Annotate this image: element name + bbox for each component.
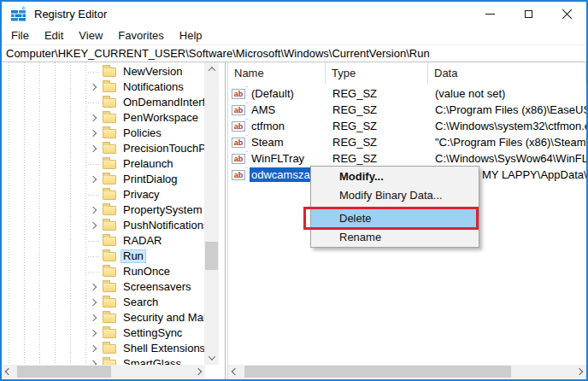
context-menu-separator [313, 207, 477, 208]
expand-chevron-icon[interactable] [90, 114, 97, 121]
value-row-ams[interactable]: abAMS REG_SZ C:\Program Files (x86)\Ease… [228, 102, 586, 118]
tree-item-precisiontouchpad[interactable]: PrecisionTouchPad [2, 141, 204, 156]
folder-icon [103, 98, 116, 108]
folder-icon [103, 283, 116, 292]
column-header-type[interactable]: Type [326, 62, 428, 84]
expand-chevron-icon[interactable] [90, 299, 97, 306]
list-header: Name Type Data [228, 62, 586, 84]
expand-chevron-icon[interactable] [90, 207, 97, 214]
scroll-left-button[interactable] [2, 365, 15, 378]
minimize-icon [485, 14, 495, 15]
tree-rows: NewVersion Notifications OnDemandInterfa… [2, 64, 204, 365]
folder-icon [103, 314, 116, 323]
folder-icon [103, 190, 116, 200]
folder-icon [103, 221, 116, 231]
context-menu-item-rename[interactable]: Rename [311, 228, 479, 247]
chevron-left-icon [232, 368, 238, 375]
tree-item-pushnotifications[interactable]: PushNotifications [2, 218, 204, 233]
registry-tree-pane: NewVersion Notifications OnDemandInterfa… [2, 62, 226, 379]
tree-item-search[interactable]: Search [2, 295, 204, 310]
menu-edit[interactable]: Edit [37, 29, 71, 42]
tree-vertical-scrollbar[interactable] [204, 62, 219, 365]
maximize-button[interactable] [509, 2, 548, 26]
column-header-name[interactable]: Name [228, 62, 326, 84]
tree-item-penworkspace[interactable]: PenWorkspace [2, 110, 204, 126]
scroll-left-button[interactable] [228, 365, 242, 378]
maximize-icon [525, 10, 532, 18]
value-row-ctfmon[interactable]: abctfmon REG_SZ C:\Windows\system32\ctfm… [228, 118, 586, 134]
tree-item-prelaunch[interactable]: Prelaunch [2, 156, 204, 172]
tree-item-shell-extensions[interactable]: Shell Extensions [2, 341, 204, 356]
tree-item-printdialog[interactable]: PrintDialog [2, 172, 204, 187]
expand-chevron-icon[interactable] [90, 284, 97, 290]
reg-sz-string-icon: ab [232, 138, 245, 148]
menu-favorites[interactable]: Favorites [110, 29, 171, 42]
expand-chevron-icon[interactable] [90, 84, 97, 91]
folder-icon [103, 83, 116, 92]
tree-horizontal-scrollbar[interactable] [2, 365, 205, 378]
address-bar[interactable]: Computer\HKEY_CURRENT_USER\Software\Micr… [2, 44, 586, 62]
registry-editor-window: Registry Editor File Edit View Favorites… [0, 0, 588, 381]
scrollbar-thumb[interactable] [244, 366, 511, 378]
window-content: Registry Editor File Edit View Favorites… [2, 2, 586, 379]
list-horizontal-scrollbar[interactable] [228, 365, 586, 378]
chevron-right-icon [576, 368, 583, 375]
value-row-winfltray[interactable]: abWinFLTray REG_SZ C:\Windows\SysWow64\W… [228, 150, 586, 167]
folder-icon [103, 252, 116, 261]
expand-chevron-icon[interactable] [90, 330, 97, 337]
tree-item-notifications[interactable]: Notifications [2, 79, 204, 95]
window-title: Registry Editor [34, 8, 107, 21]
menu-file[interactable]: File [3, 29, 37, 42]
tree-item-settingsync[interactable]: SettingSync [2, 325, 204, 341]
scrollbar-thumb[interactable] [17, 366, 111, 378]
close-button[interactable] [548, 2, 586, 26]
value-row-default[interactable]: ab(Default) REG_SZ (value not set) [228, 85, 586, 102]
tree-view: NewVersion Notifications OnDemandInterfa… [2, 62, 204, 365]
value-row-steam[interactable]: abSteam REG_SZ "C:\Program Files (x86)\S… [228, 134, 586, 150]
scrollbar-thumb[interactable] [205, 242, 218, 270]
folder-icon [103, 160, 116, 169]
expand-chevron-icon[interactable] [90, 130, 97, 137]
tree-item-smartglass[interactable]: SmartGlass [2, 356, 204, 365]
title-bar[interactable]: Registry Editor [2, 2, 586, 26]
tree-item-runonce[interactable]: RunOnce [2, 264, 204, 279]
chevron-down-icon [208, 353, 215, 360]
menu-help[interactable]: Help [172, 29, 210, 42]
context-menu-item-modify-binary-data[interactable]: Modify Binary Data... [311, 186, 479, 205]
close-icon [562, 9, 573, 20]
chevron-left-icon [5, 368, 12, 375]
folder-icon [103, 114, 116, 123]
context-menu: Modify... Modify Binary Data... Delete R… [310, 166, 479, 248]
folder-icon [103, 344, 116, 354]
folder-icon [103, 144, 116, 154]
scroll-down-button[interactable] [204, 351, 219, 365]
tree-item-security-and-maintenance[interactable]: Security and Mainte [2, 310, 204, 325]
scroll-right-button[interactable] [191, 365, 205, 378]
tree-item-privacy[interactable]: Privacy [2, 187, 204, 202]
context-menu-item-delete[interactable]: Delete [311, 209, 479, 228]
tree-item-run[interactable]: Run [2, 249, 204, 264]
tree-item-screensavers[interactable]: Screensavers [2, 279, 204, 295]
column-header-data[interactable]: Data [428, 62, 586, 84]
tree-item-policies[interactable]: Policies [2, 126, 204, 141]
tree-item-propertysystem[interactable]: PropertySystem [2, 202, 204, 218]
expand-chevron-icon[interactable] [90, 222, 97, 229]
tree-item-newversion[interactable]: NewVersion [2, 64, 204, 79]
scroll-right-button[interactable] [573, 365, 586, 378]
context-menu-item-modify[interactable]: Modify... [311, 167, 479, 186]
reg-sz-string-icon: ab [232, 154, 245, 164]
reg-sz-string-icon: ab [232, 89, 245, 99]
minimize-button[interactable] [471, 2, 509, 26]
folder-icon [103, 329, 116, 338]
expand-chevron-icon[interactable] [90, 345, 97, 352]
tree-item-radar[interactable]: RADAR [2, 233, 204, 249]
folder-icon [103, 237, 116, 246]
menu-view[interactable]: View [71, 29, 110, 42]
reg-sz-string-icon: ab [232, 170, 245, 180]
tree-item-ondemandinterfac[interactable]: OnDemandInterfac [2, 95, 204, 110]
scroll-up-button[interactable] [204, 62, 219, 76]
expand-chevron-icon[interactable] [90, 176, 97, 183]
folder-icon [103, 267, 116, 277]
expand-chevron-icon[interactable] [90, 145, 97, 152]
expand-chevron-icon[interactable] [90, 314, 97, 321]
